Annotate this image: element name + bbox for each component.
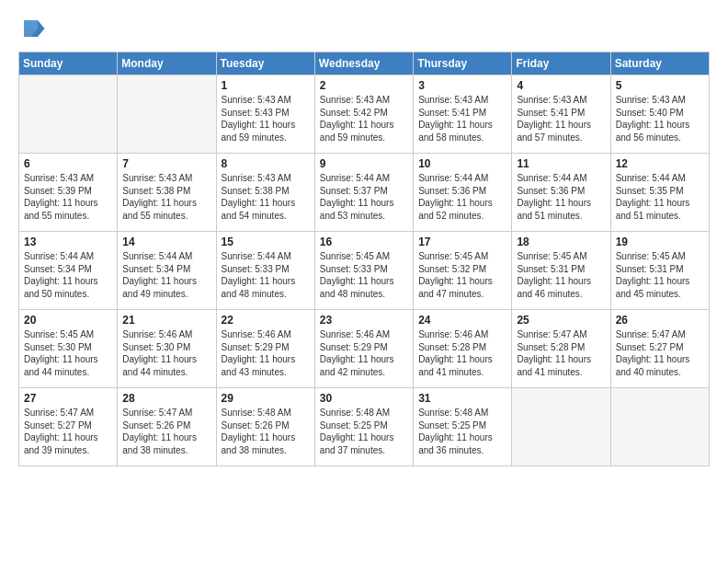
day-cell: 25Sunrise: 5:47 AMSunset: 5:28 PMDayligh… <box>512 310 610 388</box>
cell-content: Sunrise: 5:43 AMSunset: 5:39 PMDaylight:… <box>24 172 112 222</box>
day-cell: 26Sunrise: 5:47 AMSunset: 5:27 PMDayligh… <box>610 310 709 388</box>
col-header-friday: Friday <box>512 52 610 75</box>
cell-content: Sunrise: 5:47 AMSunset: 5:27 PMDaylight:… <box>24 407 112 456</box>
logo <box>18 15 48 42</box>
day-number: 16 <box>320 236 408 248</box>
cell-content: Sunrise: 5:43 AMSunset: 5:38 PMDaylight:… <box>222 172 310 222</box>
day-cell: 4Sunrise: 5:43 AMSunset: 5:41 PMDaylight… <box>512 75 610 154</box>
day-number: 31 <box>418 392 506 405</box>
day-cell: 23Sunrise: 5:46 AMSunset: 5:29 PMDayligh… <box>314 310 413 388</box>
day-number: 14 <box>122 236 210 248</box>
day-cell: 9Sunrise: 5:44 AMSunset: 5:37 PMDaylight… <box>314 154 413 232</box>
cell-content: Sunrise: 5:45 AMSunset: 5:31 PMDaylight:… <box>517 250 605 300</box>
page: SundayMondayTuesdayWednesdayThursdayFrid… <box>0 0 728 476</box>
cell-content: Sunrise: 5:45 AMSunset: 5:33 PMDaylight:… <box>320 250 408 300</box>
col-header-monday: Monday <box>118 52 216 75</box>
day-cell: 5Sunrise: 5:43 AMSunset: 5:40 PMDaylight… <box>610 75 709 154</box>
day-number: 13 <box>24 236 112 248</box>
day-number: 27 <box>24 392 112 405</box>
week-row-5: 27Sunrise: 5:47 AMSunset: 5:27 PMDayligh… <box>19 388 710 466</box>
svg-rect-3 <box>24 20 38 29</box>
week-row-4: 20Sunrise: 5:45 AMSunset: 5:30 PMDayligh… <box>19 310 710 388</box>
day-number: 4 <box>517 79 605 92</box>
day-number: 25 <box>517 314 605 327</box>
cell-content: Sunrise: 5:47 AMSunset: 5:27 PMDaylight:… <box>616 328 704 378</box>
cell-content: Sunrise: 5:45 AMSunset: 5:32 PMDaylight:… <box>418 250 506 300</box>
header <box>18 15 710 42</box>
day-cell: 27Sunrise: 5:47 AMSunset: 5:27 PMDayligh… <box>19 388 118 466</box>
day-number: 21 <box>122 314 210 327</box>
day-number: 15 <box>222 236 310 248</box>
day-number: 17 <box>418 236 506 248</box>
day-number: 11 <box>517 157 605 170</box>
day-cell: 20Sunrise: 5:45 AMSunset: 5:30 PMDayligh… <box>19 310 118 388</box>
cell-content: Sunrise: 5:43 AMSunset: 5:41 PMDaylight:… <box>517 94 605 144</box>
cell-content: Sunrise: 5:46 AMSunset: 5:30 PMDaylight:… <box>122 328 210 378</box>
day-cell: 15Sunrise: 5:44 AMSunset: 5:33 PMDayligh… <box>216 232 314 310</box>
day-cell: 14Sunrise: 5:44 AMSunset: 5:34 PMDayligh… <box>118 232 216 310</box>
day-number: 23 <box>320 314 408 327</box>
day-cell: 10Sunrise: 5:44 AMSunset: 5:36 PMDayligh… <box>414 154 512 232</box>
cell-content: Sunrise: 5:43 AMSunset: 5:40 PMDaylight:… <box>616 94 704 144</box>
cell-content: Sunrise: 5:48 AMSunset: 5:25 PMDaylight:… <box>418 407 506 456</box>
day-number: 5 <box>616 79 704 92</box>
day-number: 1 <box>222 79 310 92</box>
cell-content: Sunrise: 5:44 AMSunset: 5:36 PMDaylight:… <box>517 172 605 222</box>
day-cell: 2Sunrise: 5:43 AMSunset: 5:42 PMDaylight… <box>314 75 413 154</box>
cell-content: Sunrise: 5:44 AMSunset: 5:33 PMDaylight:… <box>222 250 310 300</box>
week-row-1: 1Sunrise: 5:43 AMSunset: 5:43 PMDaylight… <box>19 75 710 154</box>
day-cell: 30Sunrise: 5:48 AMSunset: 5:25 PMDayligh… <box>314 388 413 466</box>
day-number: 18 <box>517 236 605 248</box>
day-cell: 16Sunrise: 5:45 AMSunset: 5:33 PMDayligh… <box>314 232 413 310</box>
day-cell: 7Sunrise: 5:43 AMSunset: 5:38 PMDaylight… <box>118 154 216 232</box>
day-number: 2 <box>320 79 408 92</box>
day-cell: 12Sunrise: 5:44 AMSunset: 5:35 PMDayligh… <box>610 154 709 232</box>
day-number: 12 <box>616 157 704 170</box>
week-row-3: 13Sunrise: 5:44 AMSunset: 5:34 PMDayligh… <box>19 232 710 310</box>
day-cell: 21Sunrise: 5:46 AMSunset: 5:30 PMDayligh… <box>118 310 216 388</box>
day-number: 6 <box>24 157 112 170</box>
day-cell: 18Sunrise: 5:45 AMSunset: 5:31 PMDayligh… <box>512 232 610 310</box>
cell-content: Sunrise: 5:46 AMSunset: 5:29 PMDaylight:… <box>320 328 408 378</box>
week-row-2: 6Sunrise: 5:43 AMSunset: 5:39 PMDaylight… <box>19 154 710 232</box>
cell-content: Sunrise: 5:46 AMSunset: 5:28 PMDaylight:… <box>418 328 506 378</box>
day-cell: 22Sunrise: 5:46 AMSunset: 5:29 PMDayligh… <box>216 310 314 388</box>
col-header-thursday: Thursday <box>414 52 512 75</box>
day-number: 26 <box>616 314 704 327</box>
cell-content: Sunrise: 5:47 AMSunset: 5:26 PMDaylight:… <box>122 407 210 456</box>
day-cell: 6Sunrise: 5:43 AMSunset: 5:39 PMDaylight… <box>19 154 118 232</box>
cell-content: Sunrise: 5:44 AMSunset: 5:34 PMDaylight:… <box>122 250 210 300</box>
day-cell: 19Sunrise: 5:45 AMSunset: 5:31 PMDayligh… <box>610 232 709 310</box>
day-number: 28 <box>122 392 210 405</box>
col-header-wednesday: Wednesday <box>314 52 413 75</box>
header-row: SundayMondayTuesdayWednesdayThursdayFrid… <box>19 52 710 75</box>
day-cell: 31Sunrise: 5:48 AMSunset: 5:25 PMDayligh… <box>414 388 512 466</box>
cell-content: Sunrise: 5:44 AMSunset: 5:37 PMDaylight:… <box>320 172 408 222</box>
cell-content: Sunrise: 5:44 AMSunset: 5:36 PMDaylight:… <box>418 172 506 222</box>
day-cell <box>610 388 709 466</box>
cell-content: Sunrise: 5:47 AMSunset: 5:28 PMDaylight:… <box>517 328 605 378</box>
cell-content: Sunrise: 5:48 AMSunset: 5:25 PMDaylight:… <box>320 407 408 456</box>
cell-content: Sunrise: 5:45 AMSunset: 5:30 PMDaylight:… <box>24 328 112 378</box>
cell-content: Sunrise: 5:44 AMSunset: 5:35 PMDaylight:… <box>616 172 704 222</box>
day-cell: 17Sunrise: 5:45 AMSunset: 5:32 PMDayligh… <box>414 232 512 310</box>
day-number: 3 <box>418 79 506 92</box>
col-header-saturday: Saturday <box>610 52 709 75</box>
col-header-tuesday: Tuesday <box>216 52 314 75</box>
cell-content: Sunrise: 5:43 AMSunset: 5:42 PMDaylight:… <box>320 94 408 144</box>
day-number: 10 <box>418 157 506 170</box>
day-number: 24 <box>418 314 506 327</box>
col-header-sunday: Sunday <box>19 52 118 75</box>
day-cell <box>19 75 118 154</box>
day-cell: 24Sunrise: 5:46 AMSunset: 5:28 PMDayligh… <box>414 310 512 388</box>
cell-content: Sunrise: 5:45 AMSunset: 5:31 PMDaylight:… <box>616 250 704 300</box>
cell-content: Sunrise: 5:48 AMSunset: 5:26 PMDaylight:… <box>222 407 310 456</box>
day-cell <box>512 388 610 466</box>
cell-content: Sunrise: 5:43 AMSunset: 5:43 PMDaylight:… <box>222 94 310 144</box>
cell-content: Sunrise: 5:44 AMSunset: 5:34 PMDaylight:… <box>24 250 112 300</box>
day-cell: 28Sunrise: 5:47 AMSunset: 5:26 PMDayligh… <box>118 388 216 466</box>
day-cell: 29Sunrise: 5:48 AMSunset: 5:26 PMDayligh… <box>216 388 314 466</box>
day-cell: 13Sunrise: 5:44 AMSunset: 5:34 PMDayligh… <box>19 232 118 310</box>
day-cell <box>118 75 216 154</box>
day-number: 8 <box>222 157 310 170</box>
